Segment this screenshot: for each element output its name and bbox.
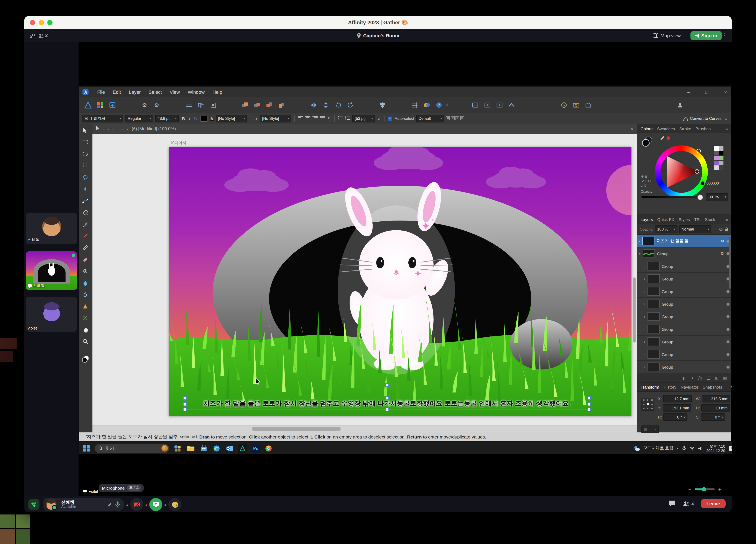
account-person-icon[interactable]: [675, 101, 685, 109]
hex-well-icon[interactable]: [700, 181, 705, 185]
affinity-app-icon[interactable]: [238, 444, 247, 453]
tab-history[interactable]: History: [664, 385, 676, 389]
zoom-tool-icon[interactable]: [82, 337, 89, 345]
w-value[interactable]: 315.5 mm: [702, 395, 731, 403]
layer-fx-badge[interactable]: fX: [721, 251, 724, 256]
tab-stock[interactable]: Stock: [705, 217, 715, 222]
layer-row-group[interactable]: ›Group: [637, 361, 731, 373]
align-center-icon[interactable]: [305, 116, 310, 121]
photoshop-icon[interactable]: Ps: [251, 444, 260, 453]
tab-transform[interactable]: Transform: [641, 385, 659, 389]
tab-text-styles[interactable]: TSt: [694, 217, 701, 222]
zoom-traffic-light[interactable]: [47, 20, 53, 25]
snap-toggle-icons[interactable]: ⌐¬ ⌐¬ ⌐¬: [103, 127, 129, 131]
ligatures-button[interactable]: fi: [377, 116, 381, 121]
auto-select-checkbox[interactable]: ✓: [388, 116, 393, 121]
tab-stroke[interactable]: Stroke: [679, 126, 691, 131]
menu-select[interactable]: Select: [148, 89, 162, 95]
arrange-backward-icon[interactable]: [265, 101, 274, 109]
rotation-handle[interactable]: [386, 383, 389, 387]
panel-menu-icon[interactable]: ≡: [725, 126, 728, 131]
character-colour-button[interactable]: a: [210, 116, 214, 121]
layer-row-group[interactable]: ›Group: [637, 311, 731, 323]
layer-row-group[interactable]: ▾ Group fX: [637, 247, 731, 260]
anchor-point-selector[interactable]: [641, 398, 654, 411]
bullet-list-icon[interactable]: [338, 116, 343, 121]
pencil-tool-icon[interactable]: [82, 243, 89, 251]
underline-button[interactable]: U: [193, 116, 198, 121]
layer-lock-icon[interactable]: [725, 227, 729, 231]
font-size-select[interactable]: 48.6 pt▾: [155, 115, 179, 122]
file-explorer-icon[interactable]: [186, 444, 195, 453]
convert-to-curves-button[interactable]: Convert to Curves: [683, 116, 721, 121]
arrange-front-icon[interactable]: [240, 101, 250, 109]
column-marquee-tool-icon[interactable]: [82, 161, 89, 169]
sign-in-button[interactable]: Sign in: [690, 31, 721, 40]
layer-row-group[interactable]: ›Group: [637, 285, 731, 298]
fill-stroke-wells-icon[interactable]: [641, 136, 653, 147]
ellipse-marquee-tool-icon[interactable]: [82, 150, 89, 158]
auto-select-value-select[interactable]: Default▾: [416, 115, 444, 122]
edge-icon[interactable]: [212, 444, 221, 453]
bold-button[interactable]: B: [181, 116, 186, 121]
insert-inside-icon[interactable]: [495, 101, 504, 109]
s-value[interactable]: 0 °▾: [701, 413, 725, 421]
node-tool-icon[interactable]: [82, 197, 89, 204]
zoom-in-icon[interactable]: +: [718, 486, 721, 492]
microphone-options-chevron[interactable]: ▴: [126, 503, 128, 506]
menu-help[interactable]: Help: [212, 89, 222, 95]
flip-vertical-icon[interactable]: [321, 101, 331, 109]
emote-button[interactable]: [168, 498, 181, 511]
layer-row-group[interactable]: ›Group: [637, 298, 731, 311]
layer-row-text[interactable]: › 치즈가 한 말을 들... fX: [637, 235, 731, 247]
preferences-gear-icon[interactable]: ⚙: [152, 101, 161, 109]
assets-icon[interactable]: [583, 101, 593, 109]
move-tool-icon[interactable]: [82, 126, 89, 134]
snap-grid-icon[interactable]: [184, 101, 194, 109]
participant-tile-2[interactable]: violet: [26, 297, 77, 332]
close-traffic-light[interactable]: [30, 20, 35, 25]
tray-volume-icon[interactable]: [698, 446, 703, 450]
font-family-select[interactable]: 널나 리지체▾: [82, 115, 123, 122]
app-close-icon[interactable]: ×: [720, 89, 731, 95]
store-icon[interactable]: [199, 444, 208, 453]
zoom-out-icon[interactable]: −: [688, 486, 691, 492]
colour-well-icon[interactable]: [82, 355, 89, 363]
numbered-list-icon[interactable]: 12: [345, 116, 350, 121]
layer-row-group[interactable]: ›Group: [637, 323, 731, 336]
sharpen-tool-icon[interactable]: [82, 302, 89, 310]
tab-layers[interactable]: Layers: [641, 217, 653, 222]
fill-tool-icon[interactable]: [82, 208, 89, 216]
weather-text[interactable]: 5°C 대체로 흐림: [644, 446, 673, 451]
typography-button[interactable]: a: [254, 116, 258, 121]
blur-tool-icon[interactable]: [82, 291, 89, 298]
chrome-icon[interactable]: [264, 444, 273, 453]
edit-all-layers-icon[interactable]: [507, 101, 516, 109]
snap-candidates-icon[interactable]: [196, 101, 206, 109]
context-overflow-button[interactable]: »: [724, 116, 728, 121]
hue-marker[interactable]: [697, 149, 701, 153]
shear-anchor-select[interactable]: ▾: [641, 426, 659, 433]
menu-window[interactable]: Window: [188, 89, 205, 95]
eraser-tool-icon[interactable]: [82, 255, 89, 263]
adjustment-layer-icon[interactable]: ◑: [691, 375, 693, 380]
vertical-scrollbar[interactable]: [633, 278, 636, 343]
x-value[interactable]: 12.7 mm: [663, 395, 692, 403]
participant-tile-1[interactable]: 선혜쌤: [26, 213, 77, 244]
app-minimize-icon[interactable]: –: [684, 89, 694, 95]
view-hand-tool-icon[interactable]: [82, 326, 89, 334]
eyedropper-icon[interactable]: [660, 135, 665, 141]
camera-options-chevron[interactable]: ▴: [145, 503, 147, 506]
minimize-traffic-light[interactable]: [39, 20, 44, 25]
group-layers-icon[interactable]: ❏: [707, 375, 710, 380]
tray-expand-icon[interactable]: ▴: [677, 446, 679, 450]
r-value[interactable]: 0 °▾: [663, 413, 687, 421]
force-pixel-alignment-icon[interactable]: [208, 101, 218, 109]
tab-swatches[interactable]: Swatches: [657, 126, 675, 131]
leave-button[interactable]: Leave: [701, 499, 726, 508]
insert-top-icon[interactable]: [483, 101, 492, 109]
paragraph-style-select[interactable]: [No Style]▾: [260, 115, 291, 122]
tab-navigator[interactable]: Navigator: [681, 385, 698, 389]
hex-value[interactable]: 000000: [707, 181, 719, 185]
tray-mic-icon[interactable]: [682, 446, 686, 451]
